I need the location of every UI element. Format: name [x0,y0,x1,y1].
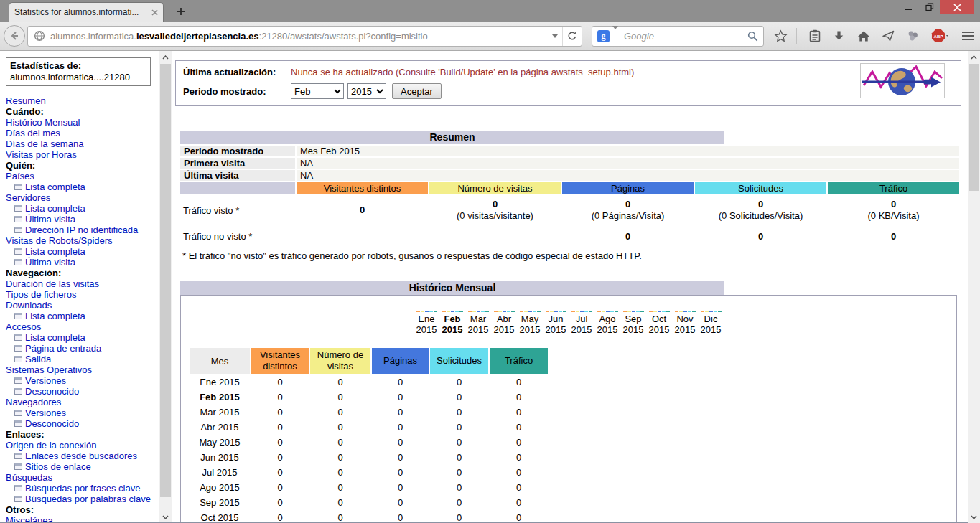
downloads-icon[interactable] [833,30,845,42]
chart-bar [658,311,661,312]
scrollbar-thumb[interactable] [160,64,171,497]
chart-bar [584,311,588,312]
sidebar-subitem-link[interactable]: Dirección IP no identificada [6,225,159,235]
year-select[interactable]: 2015 [347,83,386,99]
sidebar-subitem-link[interactable]: Lista completa [6,332,159,343]
month-year: 2015 [700,324,722,335]
sidebar-subitem-link[interactable]: Desconocido [6,386,159,397]
sidebar-item-link[interactable]: Accesos [6,321,159,332]
submenu-icon [14,356,22,362]
new-tab-button[interactable] [172,5,190,18]
sidebar-item-link[interactable]: Sistemas Operativos [6,364,159,375]
sidebar-item-link[interactable]: Downloads [6,300,159,311]
sidebar-scrollbar[interactable] [159,51,172,523]
search-bar[interactable]: g Google [592,26,764,47]
minimize-button[interactable] [898,0,919,14]
home-icon[interactable] [857,30,870,42]
submenu-icon [14,227,22,233]
month-name: Dic [700,314,722,324]
sidebar-item-link[interactable]: Visitas de Robots/Spiders [6,235,159,246]
search-engine-dropdown-icon[interactable] [612,29,618,42]
main-scrollbar[interactable] [968,51,980,523]
sidebar-subitem-link[interactable]: Búsquedas por palabras clave [6,494,159,504]
chart-month-label: Abr2015 [493,314,515,335]
tab-close-icon[interactable] [151,9,158,16]
sidebar-subitem-link[interactable]: Versiones [6,407,159,418]
close-button[interactable] [940,0,974,14]
metric-header: Número de visitas [310,348,370,374]
sidebar-subitem-link[interactable]: Búsquedas por frases clave [6,483,159,494]
site-identity-globe-icon[interactable] [34,30,45,42]
scroll-up-icon[interactable] [159,51,172,63]
sidebar-subitem-link[interactable]: Versiones [6,375,159,386]
sidebar-subitem-link[interactable]: Última visita [6,214,159,225]
nav-label: Búsquedas [6,472,52,483]
search-magnifier-icon[interactable] [747,31,758,42]
sidebar-subitem-link[interactable]: Lista completa [6,182,159,192]
nav-label: Visitas de Robots/Spiders [6,235,113,246]
send-tab-icon[interactable] [882,30,895,42]
chart-bar [683,311,687,312]
sidebar-item-link[interactable]: Búsquedas [6,472,159,483]
unseen-traffic-value: 0 [562,227,694,246]
month-row-value: 0 [251,435,309,449]
month-row-label: Ene 2015 [190,375,250,389]
month-row-value: 0 [490,451,548,464]
accept-button[interactable]: Aceptar [392,83,442,99]
url-text[interactable]: alumnos.informatica.iesvalledeljerteplas… [50,31,548,42]
back-button[interactable] [4,25,25,47]
sidebar-subitem-link[interactable]: Última visita [6,257,159,268]
chart-bar [688,311,691,312]
nav-label: Histórico Mensual [6,117,80,128]
sidebar-subitem-link[interactable]: Salida [6,354,159,364]
sidebar-item-link[interactable]: Servidores [6,192,159,203]
metric-header: Visitantes distintos [297,182,428,194]
adblock-plus-icon[interactable]: ABP [931,29,950,43]
scroll-up-icon[interactable] [968,51,980,63]
sidebar-subitem-link[interactable]: Sitios de enlace [6,461,159,472]
search-input[interactable]: Google [624,31,747,42]
zero-bars-group [416,310,438,312]
sidebar-subitem-link[interactable]: Página de entrada [6,343,159,354]
sidebar-item-link[interactable]: Días de la semana [6,138,159,149]
sidebar-item-link[interactable]: Duración de las visitas [6,278,159,289]
metric-header: Solicitudes [695,182,826,194]
bookmark-star-icon[interactable] [774,29,788,43]
sidebar-item-link[interactable]: Tipos de ficheros [6,289,159,300]
nav-label: Lista completa [25,182,85,192]
menu-icon[interactable] [962,32,974,40]
sidebar-subitem-link[interactable]: Lista completa [6,311,159,321]
month-row-value: 0 [310,496,370,509]
reload-icon[interactable] [562,27,582,46]
sidebar-subitem-link[interactable]: Desconocido [6,418,159,429]
url-history-dropdown-icon[interactable] [548,34,562,38]
sidebar-item-link[interactable]: Visitas por Horas [6,149,159,160]
zero-bars-group [519,310,541,312]
google-search-engine-icon[interactable]: g [597,30,610,42]
sidebar-item-link[interactable]: Navegadores [6,397,159,407]
sidebar-item-link[interactable]: Origen de la conexión [6,440,159,451]
metric-header: Número de visitas [429,182,561,194]
sidebar-subitem-link[interactable]: Lista completa [6,203,159,214]
bookmarks-panel-icon[interactable] [809,29,821,42]
zero-bars-group [571,310,593,312]
sidebar-item-link[interactable]: Histórico Mensual [6,117,159,128]
sidebar-subitem-link[interactable]: Enlaces desde buscadores [6,451,159,461]
sidebar-item-link[interactable]: Días del mes [6,128,159,138]
month-select[interactable]: Feb [291,83,344,99]
sidebar-item-link[interactable]: Países [6,171,159,182]
sidebar-subitem-link[interactable]: Lista completa [6,246,159,257]
submenu-icon [14,313,22,319]
submenu-icon [14,345,22,352]
sidebar-item-link[interactable]: Resumen [6,95,159,106]
scrollbar-thumb[interactable] [969,64,979,191]
scroll-down-icon[interactable] [968,511,980,523]
month-row-value: 0 [310,405,370,419]
browser-tab[interactable]: Statistics for alumnos.informati... [9,2,164,22]
chart-bar [537,311,541,312]
url-bar[interactable]: alumnos.informatica.iesvalledeljerteplas… [27,26,582,47]
unseen-traffic-value: 0 [828,227,959,246]
restore-button[interactable] [919,0,940,14]
extension-cluster-icon[interactable] [907,30,919,42]
nav-label: Navegación: [6,268,61,278]
